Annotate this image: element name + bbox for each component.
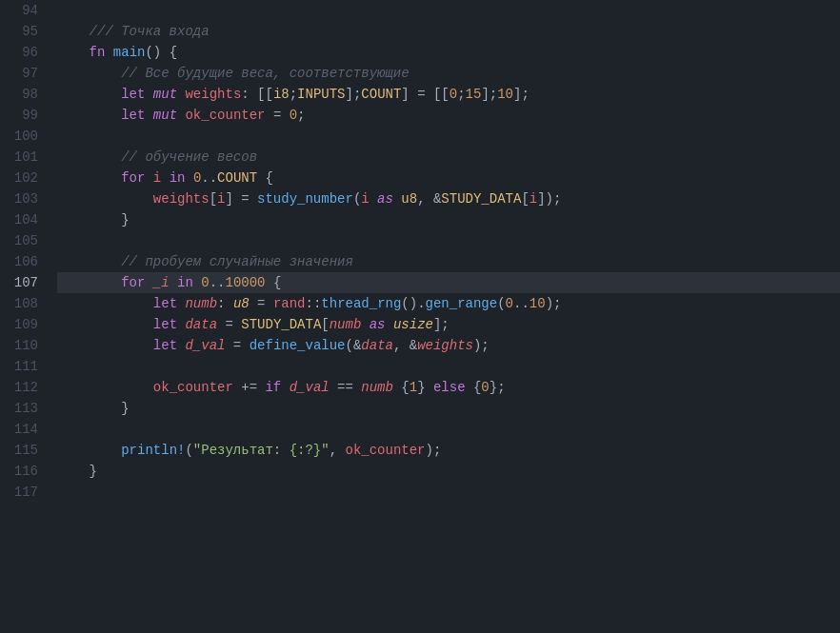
comment-95: /// Точка входа	[57, 21, 210, 42]
code-line-100	[57, 126, 840, 147]
code-line-106: // пробуем случайные значения	[57, 251, 840, 272]
line-num-95: 95	[10, 21, 38, 42]
line-num-113: 113	[10, 398, 38, 419]
line-num-115: 115	[10, 440, 38, 461]
code-line-105	[57, 230, 840, 251]
code-line-103: weights[i] = study_number(i as u8, &STUD…	[57, 188, 840, 209]
line-num-96: 96	[10, 42, 38, 63]
code-line-114	[57, 419, 840, 440]
line-num-107: 107	[10, 272, 38, 293]
code-line-111	[57, 356, 840, 377]
line-num-100: 100	[10, 126, 38, 147]
line-num-101: 101	[10, 147, 38, 168]
line-num-105: 105	[10, 230, 38, 251]
line-num-102: 102	[10, 168, 38, 188]
code-line-113: }	[57, 398, 840, 419]
line-num-98: 98	[10, 84, 38, 105]
code-line-96: fn main() {	[57, 42, 840, 63]
line-num-106: 106	[10, 251, 38, 272]
line-num-111: 111	[10, 356, 38, 377]
line-num-116: 116	[10, 461, 38, 482]
line-num-114: 114	[10, 419, 38, 440]
code-line-99: let mut ok_counter = 0;	[57, 105, 840, 126]
code-line-95: /// Точка входа	[57, 21, 840, 42]
code-line-94	[57, 0, 840, 21]
code-line-102: for i in 0..COUNT {	[57, 168, 840, 188]
code-line-112: ok_counter += if d_val == numb {1} else …	[57, 377, 840, 398]
line-num-97: 97	[10, 63, 38, 84]
code-line-110: let d_val = define_value(&data, &weights…	[57, 335, 840, 356]
line-numbers: 94 95 96 97 98 99 100 101 102 103 104 10…	[0, 0, 48, 633]
line-num-112: 112	[10, 377, 38, 398]
line-num-108: 108	[10, 293, 38, 314]
line-num-117: 117	[10, 482, 38, 503]
line-num-99: 99	[10, 105, 38, 126]
code-line-104: }	[57, 209, 840, 230]
code-line-108: let numb: u8 = rand::thread_rng().gen_ra…	[57, 293, 840, 314]
code-line-101: // обучение весов	[57, 147, 840, 168]
code-line-116: }	[57, 461, 840, 482]
code-content[interactable]: /// Точка входа fn main() { // Все будущ…	[48, 0, 840, 633]
line-num-109: 109	[10, 314, 38, 335]
code-line-117	[57, 482, 840, 503]
code-line-98: let mut weights: [[i8;INPUTS];COUNT] = […	[57, 84, 840, 105]
code-line-107: for _i in 0..10000 {	[57, 272, 840, 293]
code-line-115: println!("Результат: {:?}", ok_counter);	[57, 440, 840, 461]
line-num-94: 94	[10, 0, 38, 21]
code-line-97: // Все будущие веса, соответствующие	[57, 63, 840, 84]
line-num-110: 110	[10, 335, 38, 356]
code-editor: 94 95 96 97 98 99 100 101 102 103 104 10…	[0, 0, 840, 633]
line-num-103: 103	[10, 188, 38, 209]
line-num-104: 104	[10, 209, 38, 230]
code-line-109: let data = STUDY_DATA[numb as usize];	[57, 314, 840, 335]
